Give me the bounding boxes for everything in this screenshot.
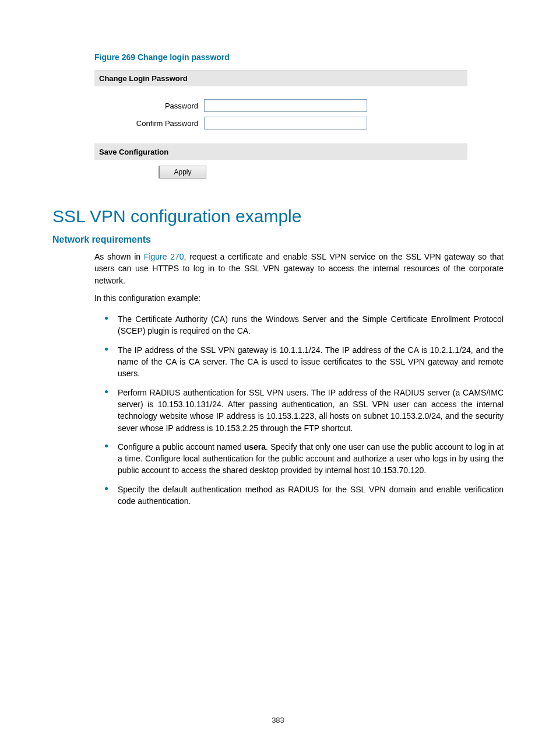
- save-config-header: Save Configuration: [94, 144, 467, 160]
- apply-button[interactable]: Apply: [159, 166, 206, 178]
- password-label: Password: [99, 102, 204, 110]
- apply-row: Apply: [94, 160, 467, 184]
- bullet4-pre: Configure a public account named: [118, 442, 244, 452]
- confirm-password-label: Confirm Password: [99, 119, 204, 128]
- section-title: SSL VPN configuration example: [52, 206, 504, 226]
- bullet4-bold: usera: [244, 442, 266, 452]
- bullet-list: The Certificate Authority (CA) runs the …: [105, 310, 504, 510]
- list-item: Configure a public account named usera. …: [105, 438, 504, 480]
- page-number: 383: [0, 716, 556, 724]
- figure-ref-link[interactable]: Figure 270: [144, 252, 184, 261]
- password-row: Password: [99, 99, 463, 112]
- change-password-panel: Change Login Password Password Confirm P…: [94, 70, 467, 184]
- intro-pre: As shown in: [94, 252, 144, 261]
- intro-paragraph-2: In this configuration example:: [94, 292, 504, 304]
- list-item: Perform RADIUS authentication for SSL VP…: [105, 383, 504, 438]
- subsection-title: Network requirements: [52, 235, 504, 245]
- confirm-password-input[interactable]: [204, 117, 367, 130]
- list-item: Specify the default authentication metho…: [105, 480, 504, 511]
- change-password-header: Change Login Password: [94, 70, 467, 86]
- figure-caption: Figure 269 Change login password: [94, 52, 504, 62]
- intro-paragraph: As shown in Figure 270, request a certif…: [94, 251, 504, 286]
- change-password-body: Password Confirm Password: [94, 86, 467, 144]
- confirm-password-row: Confirm Password: [99, 117, 463, 130]
- password-input[interactable]: [204, 99, 367, 112]
- list-item: The Certificate Authority (CA) runs the …: [105, 310, 504, 341]
- list-item: The IP address of the SSL VPN gateway is…: [105, 341, 504, 383]
